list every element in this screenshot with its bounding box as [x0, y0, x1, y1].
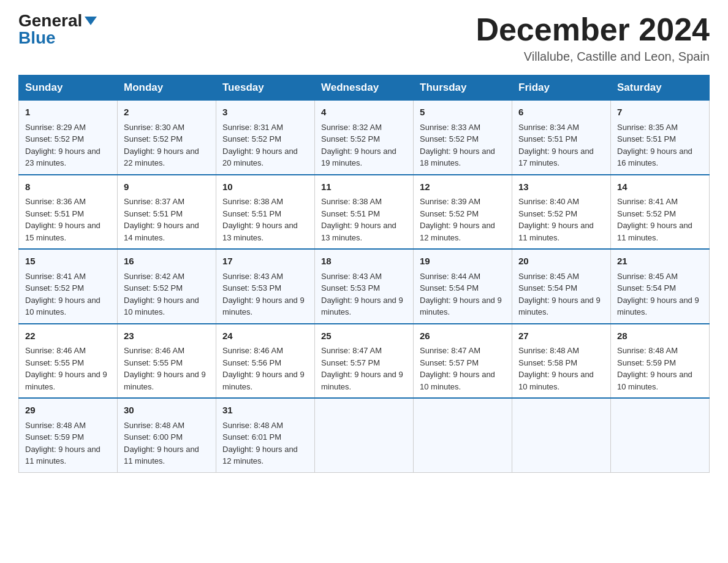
day-number: 11 — [321, 180, 407, 194]
calendar-day-cell: 13 Sunrise: 8:40 AMSunset: 5:52 PMDaylig… — [512, 175, 611, 250]
day-info: Sunrise: 8:39 AMSunset: 5:52 PMDaylight:… — [420, 197, 495, 242]
calendar-day-cell: 18 Sunrise: 8:43 AMSunset: 5:53 PMDaylig… — [315, 249, 414, 324]
day-number: 17 — [222, 255, 308, 269]
day-info: Sunrise: 8:41 AMSunset: 5:52 PMDaylight:… — [617, 197, 692, 242]
day-number: 5 — [420, 105, 506, 120]
calendar-week-row: 8 Sunrise: 8:36 AMSunset: 5:51 PMDayligh… — [19, 175, 710, 250]
calendar-day-cell: 19 Sunrise: 8:44 AMSunset: 5:54 PMDaylig… — [414, 249, 512, 324]
day-info: Sunrise: 8:38 AMSunset: 5:51 PMDaylight:… — [222, 197, 298, 242]
calendar-day-cell — [315, 398, 414, 472]
calendar-day-cell: 10 Sunrise: 8:38 AMSunset: 5:51 PMDaylig… — [216, 175, 315, 250]
calendar-week-row: 29 Sunrise: 8:48 AMSunset: 5:59 PMDaylig… — [19, 398, 710, 472]
calendar-day-cell: 22 Sunrise: 8:46 AMSunset: 5:55 PMDaylig… — [19, 324, 118, 399]
day-number: 13 — [518, 180, 604, 194]
day-info: Sunrise: 8:34 AMSunset: 5:51 PMDaylight:… — [518, 123, 594, 168]
day-number: 4 — [321, 105, 407, 120]
day-info: Sunrise: 8:30 AMSunset: 5:52 PMDaylight:… — [124, 123, 199, 168]
calendar-day-cell: 29 Sunrise: 8:48 AMSunset: 5:59 PMDaylig… — [19, 398, 118, 472]
calendar-week-row: 15 Sunrise: 8:41 AMSunset: 5:52 PMDaylig… — [19, 249, 710, 324]
day-of-week-header: Sunday — [19, 75, 118, 101]
day-number: 3 — [222, 105, 308, 120]
calendar-day-cell: 11 Sunrise: 8:38 AMSunset: 5:51 PMDaylig… — [315, 175, 414, 250]
logo: General Blue — [18, 12, 97, 47]
day-number: 26 — [420, 329, 506, 343]
calendar-day-cell: 7 Sunrise: 8:35 AMSunset: 5:51 PMDayligh… — [611, 101, 710, 175]
day-info: Sunrise: 8:42 AMSunset: 5:52 PMDaylight:… — [124, 272, 199, 317]
day-number: 2 — [124, 105, 210, 120]
day-number: 30 — [124, 404, 210, 418]
day-info: Sunrise: 8:33 AMSunset: 5:52 PMDaylight:… — [420, 123, 495, 168]
day-info: Sunrise: 8:47 AMSunset: 5:57 PMDaylight:… — [321, 346, 403, 391]
calendar-day-cell: 3 Sunrise: 8:31 AMSunset: 5:52 PMDayligh… — [216, 101, 315, 175]
day-info: Sunrise: 8:37 AMSunset: 5:51 PMDaylight:… — [124, 197, 199, 242]
day-info: Sunrise: 8:35 AMSunset: 5:51 PMDaylight:… — [617, 123, 692, 168]
calendar-day-cell: 31 Sunrise: 8:48 AMSunset: 6:01 PMDaylig… — [216, 398, 315, 472]
day-number: 25 — [321, 329, 407, 343]
day-number: 18 — [321, 255, 407, 269]
calendar-day-cell: 5 Sunrise: 8:33 AMSunset: 5:52 PMDayligh… — [414, 101, 512, 175]
calendar-day-cell: 28 Sunrise: 8:48 AMSunset: 5:59 PMDaylig… — [611, 324, 710, 399]
calendar-header-row: SundayMondayTuesdayWednesdayThursdayFrid… — [19, 75, 710, 101]
day-number: 29 — [25, 404, 111, 418]
day-of-week-header: Saturday — [611, 75, 710, 101]
day-number: 7 — [617, 105, 703, 120]
day-info: Sunrise: 8:47 AMSunset: 5:57 PMDaylight:… — [420, 346, 495, 391]
day-info: Sunrise: 8:48 AMSunset: 6:01 PMDaylight:… — [222, 421, 298, 466]
day-info: Sunrise: 8:29 AMSunset: 5:52 PMDaylight:… — [25, 123, 100, 168]
day-number: 1 — [25, 105, 111, 120]
calendar-day-cell: 24 Sunrise: 8:46 AMSunset: 5:56 PMDaylig… — [216, 324, 315, 399]
day-info: Sunrise: 8:38 AMSunset: 5:51 PMDaylight:… — [321, 197, 396, 242]
logo-blue-text: Blue — [18, 29, 56, 47]
day-number: 6 — [518, 105, 604, 120]
day-info: Sunrise: 8:48 AMSunset: 5:59 PMDaylight:… — [617, 346, 692, 391]
day-of-week-header: Thursday — [414, 75, 512, 101]
day-number: 9 — [124, 180, 210, 194]
calendar-day-cell — [414, 398, 512, 472]
calendar-day-cell: 27 Sunrise: 8:48 AMSunset: 5:58 PMDaylig… — [512, 324, 611, 399]
day-info: Sunrise: 8:48 AMSunset: 6:00 PMDaylight:… — [124, 421, 199, 466]
calendar-day-cell: 23 Sunrise: 8:46 AMSunset: 5:55 PMDaylig… — [118, 324, 216, 399]
calendar-day-cell: 15 Sunrise: 8:41 AMSunset: 5:52 PMDaylig… — [19, 249, 118, 324]
calendar-day-cell: 30 Sunrise: 8:48 AMSunset: 6:00 PMDaylig… — [118, 398, 216, 472]
day-number: 22 — [25, 329, 111, 343]
day-number: 24 — [222, 329, 308, 343]
page-header: General Blue December 2024 Villalube, Ca… — [18, 12, 710, 64]
day-number: 23 — [124, 329, 210, 343]
day-number: 21 — [617, 255, 703, 269]
calendar-day-cell: 20 Sunrise: 8:45 AMSunset: 5:54 PMDaylig… — [512, 249, 611, 324]
day-of-week-header: Friday — [512, 75, 611, 101]
calendar-day-cell: 9 Sunrise: 8:37 AMSunset: 5:51 PMDayligh… — [118, 175, 216, 250]
day-of-week-header: Monday — [118, 75, 216, 101]
title-block: December 2024 Villalube, Castille and Le… — [476, 12, 710, 64]
calendar-day-cell: 25 Sunrise: 8:47 AMSunset: 5:57 PMDaylig… — [315, 324, 414, 399]
calendar-day-cell: 8 Sunrise: 8:36 AMSunset: 5:51 PMDayligh… — [19, 175, 118, 250]
day-of-week-header: Tuesday — [216, 75, 315, 101]
location-subtitle: Villalube, Castille and Leon, Spain — [476, 50, 710, 64]
day-info: Sunrise: 8:46 AMSunset: 5:56 PMDaylight:… — [222, 346, 305, 391]
day-info: Sunrise: 8:32 AMSunset: 5:52 PMDaylight:… — [321, 123, 396, 168]
calendar-day-cell: 14 Sunrise: 8:41 AMSunset: 5:52 PMDaylig… — [611, 175, 710, 250]
day-info: Sunrise: 8:45 AMSunset: 5:54 PMDaylight:… — [617, 272, 699, 317]
day-info: Sunrise: 8:43 AMSunset: 5:53 PMDaylight:… — [222, 272, 305, 317]
day-info: Sunrise: 8:46 AMSunset: 5:55 PMDaylight:… — [25, 346, 107, 391]
day-number: 28 — [617, 329, 703, 343]
calendar-day-cell: 6 Sunrise: 8:34 AMSunset: 5:51 PMDayligh… — [512, 101, 611, 175]
day-info: Sunrise: 8:48 AMSunset: 5:59 PMDaylight:… — [25, 421, 100, 466]
month-title: December 2024 — [476, 12, 710, 47]
day-info: Sunrise: 8:48 AMSunset: 5:58 PMDaylight:… — [518, 346, 594, 391]
calendar-day-cell: 2 Sunrise: 8:30 AMSunset: 5:52 PMDayligh… — [118, 101, 216, 175]
day-info: Sunrise: 8:46 AMSunset: 5:55 PMDaylight:… — [124, 346, 206, 391]
calendar-day-cell: 16 Sunrise: 8:42 AMSunset: 5:52 PMDaylig… — [118, 249, 216, 324]
calendar-week-row: 1 Sunrise: 8:29 AMSunset: 5:52 PMDayligh… — [19, 101, 710, 175]
calendar-day-cell — [611, 398, 710, 472]
day-number: 8 — [25, 180, 111, 194]
day-info: Sunrise: 8:31 AMSunset: 5:52 PMDaylight:… — [222, 123, 298, 168]
day-info: Sunrise: 8:36 AMSunset: 5:51 PMDaylight:… — [25, 197, 100, 242]
day-number: 14 — [617, 180, 703, 194]
calendar-table: SundayMondayTuesdayWednesdayThursdayFrid… — [18, 75, 710, 473]
day-number: 16 — [124, 255, 210, 269]
calendar-week-row: 22 Sunrise: 8:46 AMSunset: 5:55 PMDaylig… — [19, 324, 710, 399]
day-info: Sunrise: 8:41 AMSunset: 5:52 PMDaylight:… — [25, 272, 100, 317]
logo-general-text: General — [18, 12, 82, 29]
calendar-day-cell: 21 Sunrise: 8:45 AMSunset: 5:54 PMDaylig… — [611, 249, 710, 324]
